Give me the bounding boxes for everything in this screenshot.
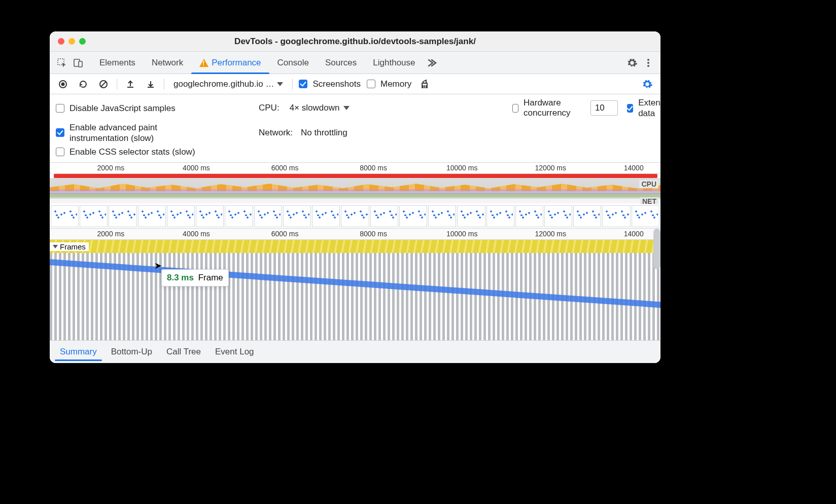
cpu-lane xyxy=(50,178,660,198)
screenshots-checkbox[interactable] xyxy=(299,80,307,88)
chevron-down-icon xyxy=(277,82,283,86)
timeline-overview[interactable]: 2000 ms 4000 ms 6000 ms 8000 ms 10000 ms… xyxy=(50,163,660,229)
url-selector[interactable]: googlechrome.github.io … xyxy=(170,78,286,90)
checkbox[interactable] xyxy=(56,128,64,137)
download-profile-button[interactable] xyxy=(144,77,158,91)
screenshot-thumb[interactable] xyxy=(399,205,427,227)
screenshot-thumb[interactable] xyxy=(109,205,136,227)
inspect-icon[interactable] xyxy=(54,52,70,74)
screenshot-thumb[interactable] xyxy=(283,205,311,227)
tab-performance[interactable]: Performance xyxy=(191,52,269,74)
tab-network[interactable]: Network xyxy=(144,52,191,74)
fps-bar xyxy=(54,174,657,178)
screenshots-toggle[interactable]: Screenshots xyxy=(299,79,361,89)
screenshot-thumb[interactable] xyxy=(457,205,485,227)
disable-js-samples-toggle[interactable]: Disable JavaScript samples xyxy=(56,103,259,114)
hardware-concurrency-input[interactable]: 10 xyxy=(590,100,618,116)
window-title: DevTools - googlechrome.github.io/devtoo… xyxy=(50,37,660,47)
memory-toggle[interactable]: Memory xyxy=(367,79,411,89)
cpu-throttle-row: CPU: 4× slowdown xyxy=(259,102,512,114)
titlebar: DevTools - googlechrome.github.io/devtoo… xyxy=(50,31,660,52)
net-lane xyxy=(50,198,660,203)
tab-summary[interactable]: Summary xyxy=(53,341,104,363)
details-tabstrip: Summary Bottom-Up Call Tree Event Log xyxy=(50,341,660,363)
screenshot-thumb[interactable] xyxy=(573,205,601,227)
screenshot-thumb[interactable] xyxy=(428,205,456,227)
minimize-window-button[interactable] xyxy=(68,38,75,45)
screenshot-thumb[interactable] xyxy=(341,205,369,227)
screenshot-thumb[interactable] xyxy=(80,205,108,227)
svg-rect-2 xyxy=(79,61,82,67)
performance-toolbar: googlechrome.github.io … Screenshots Mem… xyxy=(50,74,660,94)
svg-line-9 xyxy=(101,82,106,87)
svg-point-4 xyxy=(647,62,649,64)
devtools-window: DevTools - googlechrome.github.io/devtoo… xyxy=(50,31,660,363)
extension-data-toggle[interactable]: Extension data xyxy=(627,97,660,119)
tab-lighthouse[interactable]: Lighthouse xyxy=(365,52,423,74)
chevron-down-icon xyxy=(343,106,350,110)
tab-call-tree[interactable]: Call Tree xyxy=(159,341,208,363)
screenshot-thumb[interactable] xyxy=(515,205,543,227)
detail-ruler[interactable]: 2000 ms 4000 ms 6000 ms 8000 ms 10000 ms… xyxy=(50,229,660,240)
close-window-button[interactable] xyxy=(58,38,64,45)
url-selector-text: googlechrome.github.io … xyxy=(173,79,274,89)
tab-event-log[interactable]: Event Log xyxy=(208,341,261,363)
vertical-scrollbar[interactable] xyxy=(653,229,660,269)
kebab-menu-icon[interactable] xyxy=(640,52,656,74)
checkbox[interactable] xyxy=(56,104,64,113)
svg-point-5 xyxy=(647,65,649,67)
frames-track[interactable]: ➤ 8.3 ms Frame xyxy=(50,253,660,341)
collect-garbage-button[interactable] xyxy=(417,77,432,91)
checkbox[interactable] xyxy=(627,104,634,113)
checkbox[interactable] xyxy=(56,148,64,156)
screenshot-thumb[interactable] xyxy=(632,205,659,227)
device-toolbar-icon[interactable] xyxy=(70,52,86,74)
screenshot-thumb[interactable] xyxy=(370,205,398,227)
css-selector-stats-toggle[interactable]: Enable CSS selector stats (slow) xyxy=(56,147,259,157)
tab-console[interactable]: Console xyxy=(269,52,317,74)
tab-sources[interactable]: Sources xyxy=(317,52,365,74)
screenshot-thumb[interactable] xyxy=(312,205,340,227)
capture-options: Disable JavaScript samples CPU: 4× slowd… xyxy=(50,94,660,163)
screenshot-thumb[interactable] xyxy=(544,205,572,227)
warning-icon xyxy=(199,59,208,67)
settings-gear-icon[interactable] xyxy=(624,52,640,74)
overview-ruler[interactable]: 2000 ms 4000 ms 6000 ms 8000 ms 10000 ms… xyxy=(50,163,660,174)
traffic-lights xyxy=(50,38,86,45)
memory-checkbox[interactable] xyxy=(367,80,375,88)
collapse-triangle-icon[interactable] xyxy=(53,245,58,248)
cpu-lane-label: CPU xyxy=(639,180,658,188)
screenshot-thumb[interactable] xyxy=(486,205,514,227)
advanced-paint-toggle[interactable]: Enable advanced paint instrumentation (s… xyxy=(56,122,259,144)
reload-record-button[interactable] xyxy=(76,77,90,91)
record-button[interactable] xyxy=(56,77,70,91)
capture-settings-button[interactable] xyxy=(640,77,654,91)
zoom-window-button[interactable] xyxy=(79,38,86,45)
network-throttle-row: Network: No throttling xyxy=(259,128,512,138)
hardware-concurrency-toggle[interactable]: Hardware concurrency xyxy=(512,98,581,118)
network-throttle-value[interactable]: No throttling xyxy=(301,128,347,138)
more-tabs-icon[interactable] xyxy=(424,52,440,74)
upload-profile-button[interactable] xyxy=(123,77,137,91)
screenshot-filmstrip[interactable] xyxy=(50,204,660,228)
screenshot-thumb[interactable] xyxy=(225,205,253,227)
svg-point-7 xyxy=(61,82,65,86)
tab-elements[interactable]: Elements xyxy=(91,52,144,74)
screenshot-thumb[interactable] xyxy=(51,205,79,227)
tab-bottom-up[interactable]: Bottom-Up xyxy=(104,341,159,363)
checkbox[interactable] xyxy=(512,104,518,113)
screenshot-thumb[interactable] xyxy=(138,205,166,227)
flame-chart-area[interactable]: 2000 ms 4000 ms 6000 ms 8000 ms 10000 ms… xyxy=(50,229,660,341)
screenshot-thumb[interactable] xyxy=(167,205,195,227)
screenshot-thumb[interactable] xyxy=(602,205,630,227)
screenshot-thumb[interactable] xyxy=(254,205,282,227)
frames-track-header[interactable]: Frames xyxy=(50,240,660,253)
cpu-throttle-select[interactable]: 4× slowdown xyxy=(288,102,352,114)
panel-tabstrip: Elements Network Performance Console Sou… xyxy=(50,52,660,74)
svg-point-3 xyxy=(647,59,649,61)
clear-button[interactable] xyxy=(96,77,111,91)
screenshot-thumb[interactable] xyxy=(196,205,224,227)
frame-tooltip: 8.3 ms Frame xyxy=(161,269,229,286)
